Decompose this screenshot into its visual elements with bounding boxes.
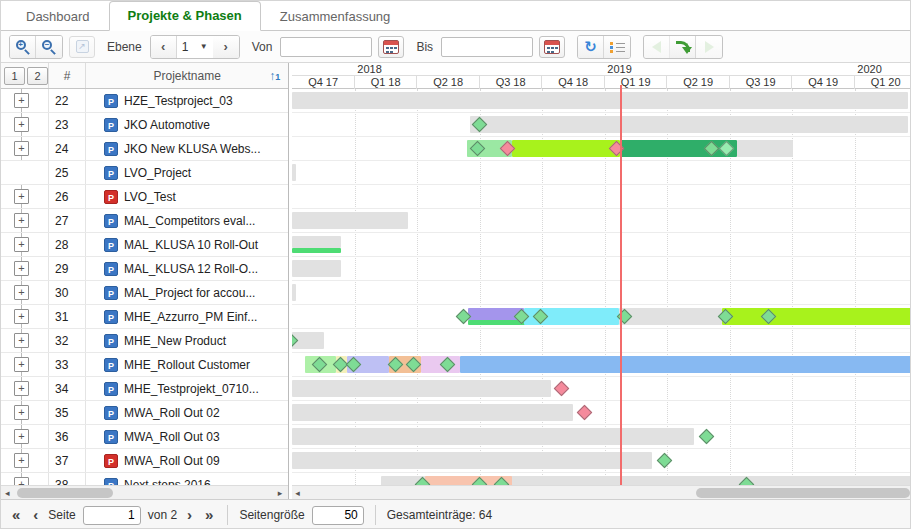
project-name-cell[interactable]: PLVO_Project	[86, 161, 288, 184]
gantt-bar[interactable]	[460, 356, 910, 373]
project-name-cell[interactable]: PHZE_Testproject_03	[86, 89, 288, 112]
scroll-right-button[interactable]	[696, 36, 722, 58]
expand-button[interactable]: +	[14, 141, 29, 156]
zoom-in-button[interactable]: +	[10, 36, 36, 58]
next-page-button[interactable]: ›	[184, 505, 195, 525]
prev-page-button[interactable]: ‹	[30, 505, 41, 525]
table-row[interactable]: +26PLVO_Test	[1, 185, 288, 209]
goto-today-button[interactable]	[670, 36, 696, 58]
number-column-header[interactable]: #	[49, 63, 86, 88]
gantt-bar[interactable]	[292, 380, 551, 397]
name-column-header[interactable]: Projektname ↑1	[86, 63, 288, 88]
expand-button[interactable]: +	[14, 237, 29, 252]
zoom-out-button[interactable]: −	[36, 36, 62, 58]
expand-button[interactable]: +	[14, 333, 29, 348]
gantt-bar[interactable]	[292, 284, 296, 301]
expand-button[interactable]: +	[14, 189, 29, 204]
table-row[interactable]: +24PJKO New KLUSA Webs...	[1, 137, 288, 161]
gantt-bar[interactable]	[292, 236, 341, 248]
table-row[interactable]: 25PLVO_Project	[1, 161, 288, 185]
expand-button[interactable]: +	[14, 429, 29, 444]
project-name-cell[interactable]: PMWA_Roll Out 03	[86, 425, 288, 448]
von-date-input[interactable]	[280, 37, 372, 57]
project-name-cell[interactable]: PMAL_KLUSA 10 Roll-Out	[86, 233, 288, 256]
chart-hscrollbar[interactable]: ◂	[292, 485, 910, 499]
scrollbar-right-icon[interactable]: ▸	[278, 487, 283, 499]
table-row[interactable]: +22PHZE_Testproject_03	[1, 89, 288, 113]
expand-button[interactable]: +	[14, 357, 29, 372]
open-window-button[interactable]: ↗	[69, 36, 95, 58]
scrollbar-left-icon[interactable]: ◂	[295, 487, 300, 499]
table-row[interactable]: +35PMWA_Roll Out 02	[1, 401, 288, 425]
gantt-bar[interactable]	[292, 212, 408, 229]
scrollbar-thumb[interactable]	[696, 488, 910, 498]
table-row[interactable]: +29PMAL_KLUSA 12 Roll-O...	[1, 257, 288, 281]
table-row[interactable]: +30PMAL_Project for accou...	[1, 281, 288, 305]
gantt-bar[interactable]	[292, 164, 296, 181]
level-prev-button[interactable]: ‹	[151, 36, 177, 58]
project-name-cell[interactable]: PMHE_Testprojekt_0710...	[86, 377, 288, 400]
table-row[interactable]: +37PMWA_Roll Out 09	[1, 449, 288, 473]
milestone-diamond[interactable]	[554, 381, 570, 397]
gantt-bar[interactable]	[292, 452, 652, 469]
gantt-bar[interactable]	[619, 308, 722, 325]
expand-button[interactable]: +	[14, 309, 29, 324]
milestone-diamond[interactable]	[657, 453, 673, 469]
table-row[interactable]: +28PMAL_KLUSA 10 Roll-Out	[1, 233, 288, 257]
milestone-diamond[interactable]	[577, 405, 593, 421]
scroll-left-button[interactable]	[644, 36, 670, 58]
project-name-cell[interactable]: PMWA_Roll Out 02	[86, 401, 288, 424]
table-row[interactable]: +27PMAL_Competitors eval...	[1, 209, 288, 233]
project-name-cell[interactable]: PMAL_KLUSA 12 Roll-O...	[86, 257, 288, 280]
gantt-bar[interactable]	[737, 140, 793, 157]
level-1-button[interactable]: 1	[4, 67, 25, 85]
list-view-button[interactable]	[604, 36, 630, 58]
table-row[interactable]: +36PMWA_Roll Out 03	[1, 425, 288, 449]
gantt-bar[interactable]	[292, 248, 341, 253]
bis-date-input[interactable]	[441, 37, 533, 57]
expand-button[interactable]: +	[14, 381, 29, 396]
expand-button[interactable]: +	[14, 477, 29, 485]
bis-calendar-button[interactable]	[539, 36, 565, 58]
project-name-cell[interactable]: PMHE_New Product	[86, 329, 288, 352]
project-name-cell[interactable]: PMHE_Azzurro_PM Einf...	[86, 305, 288, 328]
table-row[interactable]: +33PMHE_Rollout Customer	[1, 353, 288, 377]
expand-button[interactable]: +	[14, 405, 29, 420]
expand-button[interactable]: +	[14, 213, 29, 228]
table-row[interactable]: +34PMHE_Testprojekt_0710...	[1, 377, 288, 401]
table-row[interactable]: +23PJKO Automotive	[1, 113, 288, 137]
level-next-button[interactable]: ›	[213, 36, 239, 58]
expand-button[interactable]: +	[14, 117, 29, 132]
expand-button[interactable]: +	[14, 285, 29, 300]
project-name-cell[interactable]: PMAL_Competitors eval...	[86, 209, 288, 232]
von-calendar-button[interactable]	[378, 36, 404, 58]
expand-button[interactable]: +	[14, 261, 29, 276]
milestone-diamond[interactable]	[699, 429, 715, 445]
expand-button[interactable]: +	[14, 453, 29, 468]
gantt-bar[interactable]	[292, 260, 341, 277]
table-row[interactable]: +31PMHE_Azzurro_PM Einf...	[1, 305, 288, 329]
sort-ascending-icon[interactable]: ↑1	[269, 69, 280, 83]
scrollbar-left-icon[interactable]: ◂	[5, 487, 10, 499]
project-name-cell[interactable]: PJKO Automotive	[86, 113, 288, 136]
tab-dashboard[interactable]: Dashboard	[7, 2, 109, 31]
table-row[interactable]: +38PNext steps 2016	[1, 473, 288, 485]
page-size-input[interactable]	[312, 506, 364, 525]
level-select[interactable]: 1 ▼	[177, 36, 213, 58]
table-hscrollbar[interactable]: ◂ ▸	[1, 485, 288, 499]
gantt-bar[interactable]	[292, 404, 573, 421]
expand-button[interactable]: +	[14, 93, 29, 108]
gantt-bar[interactable]	[470, 116, 908, 133]
table-row[interactable]: +32PMHE_New Product	[1, 329, 288, 353]
project-name-cell[interactable]: PMAL_Project for accou...	[86, 281, 288, 304]
project-name-cell[interactable]: PNext steps 2016	[86, 473, 288, 485]
scrollbar-thumb[interactable]	[17, 488, 113, 498]
gantt-bar[interactable]	[512, 140, 620, 157]
tab-projekte-phasen[interactable]: Projekte & Phasen	[109, 1, 261, 31]
first-page-button[interactable]: «	[9, 505, 23, 525]
refresh-button[interactable]: ↻	[578, 36, 604, 58]
level-2-button[interactable]: 2	[27, 67, 48, 85]
project-name-cell[interactable]: PMHE_Rollout Customer	[86, 353, 288, 376]
project-name-cell[interactable]: PLVO_Test	[86, 185, 288, 208]
project-name-cell[interactable]: PMWA_Roll Out 09	[86, 449, 288, 472]
